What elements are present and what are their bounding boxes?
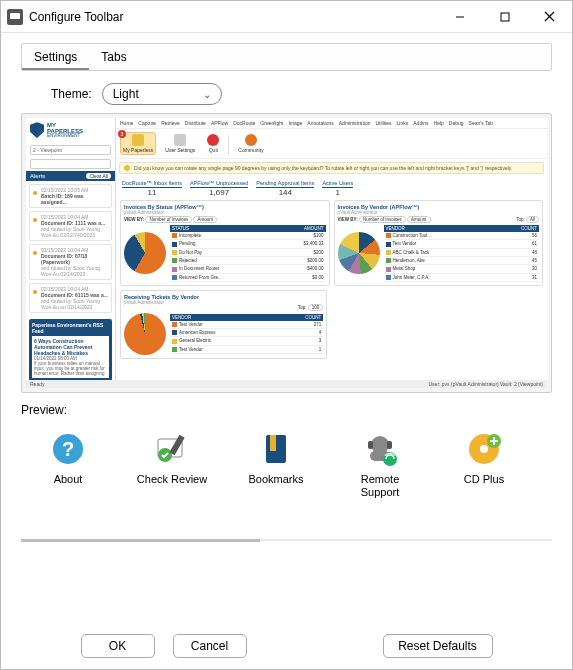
search-input[interactable]: [30, 159, 111, 169]
ok-button[interactable]: OK: [81, 634, 155, 658]
bookmarks-icon: [258, 431, 294, 467]
bulb-icon: [124, 165, 130, 171]
menu-item[interactable]: Sean's Tab: [469, 120, 494, 126]
svg-rect-15: [387, 441, 392, 449]
theme-value: Light: [113, 87, 139, 101]
theme-select[interactable]: Light ⌄: [102, 83, 222, 105]
svg-point-16: [383, 452, 397, 466]
svg-rect-14: [368, 441, 373, 449]
widget-invoices-status: Invoices By Status (APFlow™) pVault Admi…: [120, 200, 330, 286]
svg-text:?: ?: [62, 438, 74, 460]
dialog-footer: OK Cancel Reset Defaults: [0, 634, 573, 658]
theme-label: Theme:: [51, 87, 92, 101]
ribbon-community[interactable]: Community: [235, 132, 266, 155]
widget-invoices-vendor: Invoices By Vendor (APFlow™) pVault Admi…: [334, 200, 544, 286]
check-review-icon: [154, 431, 190, 467]
titlebar: Configure Toolbar: [1, 1, 572, 33]
toolbar-item-about[interactable]: ? About: [31, 431, 105, 499]
about-icon: ?: [50, 431, 86, 467]
menu-item[interactable]: DocRoute: [233, 120, 255, 126]
window-title: Configure Toolbar: [29, 10, 124, 24]
horizontal-scrollbar[interactable]: [21, 539, 552, 541]
menu-item[interactable]: Addins: [413, 120, 428, 126]
menu-item[interactable]: Distribute: [185, 120, 206, 126]
pie-chart-status: [124, 232, 166, 274]
app-ribbon: 3 My Paperless User Settings Quit: [116, 129, 547, 159]
app-logo: MY PAPERLESS ENVIRONMENT: [26, 118, 115, 143]
clear-all-button[interactable]: Clear All: [86, 173, 111, 179]
ribbon-quit[interactable]: Quit: [204, 132, 222, 155]
maximize-button[interactable]: [482, 1, 527, 32]
tab-tabs[interactable]: Tabs: [89, 44, 138, 70]
home-icon: [132, 134, 144, 146]
cd-plus-icon: [466, 431, 502, 467]
svg-point-18: [480, 445, 488, 453]
quit-icon: [207, 134, 219, 146]
theme-preview-box: MY PAPERLESS ENVIRONMENT 2 - Viewpoint A…: [21, 113, 552, 393]
ribbon-my-paperless[interactable]: 3 My Paperless: [120, 132, 156, 155]
menu-item[interactable]: Annotations: [307, 120, 333, 126]
vault-selector[interactable]: 2 - Viewpoint: [30, 145, 111, 155]
menu-item[interactable]: Debug: [449, 120, 464, 126]
chevron-down-icon: ⌄: [203, 89, 211, 100]
kpi: Active Users1: [322, 180, 353, 197]
menu-item[interactable]: Help: [434, 120, 444, 126]
pie-chart-vendor: [338, 232, 380, 274]
alert-card[interactable]: 02/15/2022 10:04 AMDocument ID: 1111 was…: [29, 211, 112, 241]
alerts-header: Alerts Clear All: [26, 171, 115, 181]
preview-label: Preview:: [21, 403, 552, 417]
toolbar-preview-row: ? About Check Review Bookmarks Remote Su…: [21, 417, 552, 499]
kpi-row: DocRoute™ Inbox Items11APFlow™ Unprocess…: [116, 177, 547, 200]
cancel-button[interactable]: Cancel: [173, 634, 247, 658]
scrollbar-thumb[interactable]: [21, 539, 260, 542]
menu-item[interactable]: Capture: [138, 120, 156, 126]
alert-card[interactable]: 02/15/2022 10:04 AMDocument ID: 67/18 (P…: [29, 244, 112, 280]
app-menu: HomeCaptureRetrieveDistributeAPFlowDocRo…: [116, 118, 547, 129]
toolbar-item-remote-support[interactable]: Remote Support: [343, 431, 417, 499]
rss-card: Paperless Environment's RSS Feed 6 Ways …: [29, 319, 112, 381]
menu-item[interactable]: Greenlight: [260, 120, 283, 126]
pie-chart-tickets: [124, 313, 166, 355]
close-button[interactable]: [527, 1, 572, 32]
menu-item[interactable]: Utilities: [375, 120, 391, 126]
ribbon-user-settings[interactable]: User Settings: [162, 132, 198, 155]
menu-item[interactable]: Administration: [339, 120, 371, 126]
alert-card[interactable]: 02/15/2022 10:05 AMBatch ID: 189 was ass…: [29, 184, 112, 208]
menu-item[interactable]: Links: [397, 120, 409, 126]
kpi: DocRoute™ Inbox Items11: [122, 180, 182, 197]
toolbar-item-check-review[interactable]: Check Review: [135, 431, 209, 499]
widget-receiving-tickets: Receiving Tickets By Vendor pVault Admin…: [120, 290, 327, 359]
minimize-button[interactable]: [437, 1, 482, 32]
remote-support-icon: [362, 431, 398, 467]
shield-icon: [30, 122, 44, 138]
menu-item[interactable]: Retrieve: [161, 120, 180, 126]
status-bar: Ready User: pvs (pVault Administrator) V…: [26, 380, 547, 388]
community-icon: [245, 134, 257, 146]
kpi: APFlow™ Unprocessed1,697: [190, 180, 248, 197]
tabs-bar: Settings Tabs: [21, 43, 552, 71]
svg-rect-1: [501, 13, 509, 21]
gear-icon: [174, 134, 186, 146]
reset-defaults-button[interactable]: Reset Defaults: [383, 634, 493, 658]
notification-badge: 3: [118, 130, 126, 138]
menu-item[interactable]: APFlow: [211, 120, 228, 126]
app-icon: [7, 9, 23, 25]
menu-item[interactable]: Image: [288, 120, 302, 126]
tip-bar: Did you know you can rotate any single p…: [119, 162, 544, 174]
toolbar-item-cd-plus[interactable]: CD Plus: [447, 431, 521, 499]
toolbar-item-bookmarks[interactable]: Bookmarks: [239, 431, 313, 499]
kpi: Pending Approval Items144: [256, 180, 314, 197]
menu-item[interactable]: Home: [120, 120, 133, 126]
tab-settings[interactable]: Settings: [22, 44, 89, 70]
alert-card[interactable]: 02/15/2022 10:04 AMDocument ID: 61115 wa…: [29, 283, 112, 313]
